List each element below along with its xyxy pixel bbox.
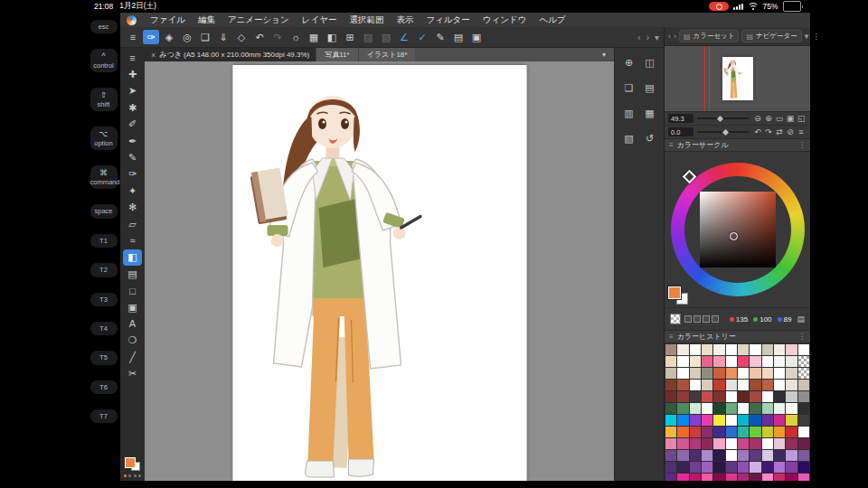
- history-color-swatch[interactable]: [713, 356, 724, 367]
- eraser-tool[interactable]: ▱: [123, 216, 142, 232]
- palette-page-dots[interactable]: [124, 471, 142, 477]
- menu-item-アニメーション[interactable]: アニメーション: [222, 14, 296, 26]
- history-color-swatch[interactable]: [786, 438, 797, 449]
- history-color-swatch[interactable]: [738, 344, 749, 355]
- snap-icon[interactable]: ⊞: [342, 30, 358, 44]
- zoom-value[interactable]: 49.3: [668, 114, 693, 123]
- history-color-swatch[interactable]: [750, 403, 760, 414]
- flip-horizontal-button[interactable]: ⇄: [774, 127, 785, 136]
- frame-tool[interactable]: ▣: [123, 299, 142, 315]
- history-color-swatch[interactable]: [798, 462, 809, 473]
- history-color-swatch[interactable]: [738, 380, 749, 390]
- history-color-swatch[interactable]: [798, 474, 809, 481]
- history-color-swatch[interactable]: [726, 391, 737, 402]
- history-color-swatch[interactable]: [665, 391, 676, 402]
- history-color-swatch[interactable]: [677, 403, 688, 414]
- history-color-swatch[interactable]: [702, 427, 712, 437]
- history-color-swatch[interactable]: [798, 356, 809, 367]
- redo-icon[interactable]: ↷: [269, 30, 286, 44]
- history-color-swatch[interactable]: [713, 427, 724, 437]
- transform-icon[interactable]: ◈: [161, 30, 177, 44]
- history-color-swatch[interactable]: [738, 462, 749, 473]
- zoom-out-button[interactable]: ⊖: [752, 114, 763, 123]
- history-color-swatch[interactable]: [786, 450, 797, 461]
- actual-size-button[interactable]: ▣: [785, 114, 796, 123]
- export-icon[interactable]: ⇓: [215, 30, 231, 44]
- history-color-swatch[interactable]: [738, 427, 749, 437]
- history-color-swatch[interactable]: [750, 368, 760, 379]
- material-panel-icon[interactable]: ▦: [643, 106, 657, 120]
- history-color-swatch[interactable]: [713, 344, 724, 355]
- move-tool[interactable]: ✚: [123, 66, 142, 82]
- line-tool[interactable]: ╱: [123, 349, 142, 365]
- history-color-swatch[interactable]: [702, 450, 712, 461]
- history-color-swatch[interactable]: [726, 462, 737, 473]
- transparent-color-swatch[interactable]: [670, 314, 681, 324]
- history-color-swatch[interactable]: [786, 344, 797, 355]
- history-color-swatch[interactable]: [798, 403, 809, 414]
- history-color-swatch[interactable]: [713, 438, 724, 449]
- select-1-icon[interactable]: ▨: [360, 30, 376, 44]
- correct-line-tool[interactable]: ✂: [123, 365, 142, 381]
- close-tab-icon[interactable]: ×: [151, 51, 156, 60]
- rotate-right-button[interactable]: ↷: [763, 127, 774, 136]
- panel-more-icon[interactable]: ⋮: [812, 32, 820, 41]
- primitive-3d-panel-icon[interactable]: ◫: [643, 55, 657, 70]
- layer-panel-icon[interactable]: ▤: [643, 80, 657, 95]
- rotation-value[interactable]: 0.0: [668, 127, 693, 136]
- history-color-swatch[interactable]: [690, 474, 701, 481]
- history-color-swatch[interactable]: [726, 474, 737, 481]
- panel-menu-icon[interactable]: ≡: [669, 333, 674, 341]
- history-color-swatch[interactable]: [726, 356, 737, 367]
- history-color-swatch[interactable]: [665, 368, 676, 379]
- history-color-swatch[interactable]: [726, 415, 737, 426]
- edge-key-T3[interactable]: T3: [90, 293, 118, 306]
- history-color-swatch[interactable]: [713, 450, 724, 461]
- history-color-swatch[interactable]: [762, 427, 773, 437]
- history-color-swatch[interactable]: [702, 462, 712, 473]
- reset-rotation-button[interactable]: ⊘: [785, 127, 796, 136]
- menu-item-ウィンドウ[interactable]: ウィンドウ: [476, 14, 533, 26]
- history-color-swatch[interactable]: [798, 344, 809, 355]
- history-color-swatch[interactable]: [677, 474, 688, 481]
- main-color-swatch[interactable]: [668, 286, 681, 299]
- history-color-swatch[interactable]: [665, 474, 676, 481]
- history-color-swatch[interactable]: [665, 403, 676, 414]
- menu-item-表示[interactable]: 表示: [390, 14, 420, 26]
- history-color-swatch[interactable]: [690, 450, 701, 461]
- history-color-swatch[interactable]: [702, 380, 712, 390]
- history-color-swatch[interactable]: [690, 344, 701, 355]
- vector-line-icon[interactable]: ∠: [396, 30, 412, 44]
- history-color-swatch[interactable]: [738, 438, 749, 449]
- history-color-swatch[interactable]: [726, 438, 737, 449]
- history-color-swatch[interactable]: [750, 462, 760, 473]
- toolbar-overflow-icon-1[interactable]: ›: [646, 33, 649, 42]
- edge-key-T7[interactable]: T7: [90, 409, 118, 423]
- panel-layout-icon[interactable]: ▤: [450, 30, 467, 44]
- history-color-swatch[interactable]: [786, 474, 797, 481]
- history-color-swatch[interactable]: [665, 438, 676, 449]
- history-color-swatch[interactable]: [762, 356, 773, 367]
- history-color-swatch[interactable]: [750, 344, 760, 355]
- history-color-swatch[interactable]: [786, 427, 797, 437]
- panel-menu-icon[interactable]: ≡: [669, 141, 674, 149]
- history-color-swatch[interactable]: [774, 356, 785, 367]
- history-color-swatch[interactable]: [690, 380, 701, 390]
- history-color-swatch[interactable]: [798, 450, 809, 461]
- history-color-swatch[interactable]: [713, 368, 724, 379]
- history-color-swatch[interactable]: [702, 438, 712, 449]
- history-color-swatch[interactable]: [774, 415, 785, 426]
- panel-prev-icon[interactable]: ‹: [668, 32, 671, 41]
- history-color-swatch[interactable]: [762, 450, 773, 461]
- history-color-swatch[interactable]: [713, 380, 724, 390]
- history-color-swatch[interactable]: [738, 391, 749, 402]
- history-color-swatch[interactable]: [738, 356, 749, 367]
- toolbar-overflow-icon-2[interactable]: ▾: [655, 33, 659, 42]
- history-color-swatch[interactable]: [738, 474, 749, 481]
- history-color-swatch[interactable]: [713, 391, 724, 402]
- rotate-left-button[interactable]: ↶: [752, 127, 763, 136]
- history-color-swatch[interactable]: [774, 474, 785, 481]
- history-color-swatch[interactable]: [713, 415, 724, 426]
- history-color-swatch[interactable]: [677, 462, 688, 473]
- history-color-swatch[interactable]: [774, 438, 785, 449]
